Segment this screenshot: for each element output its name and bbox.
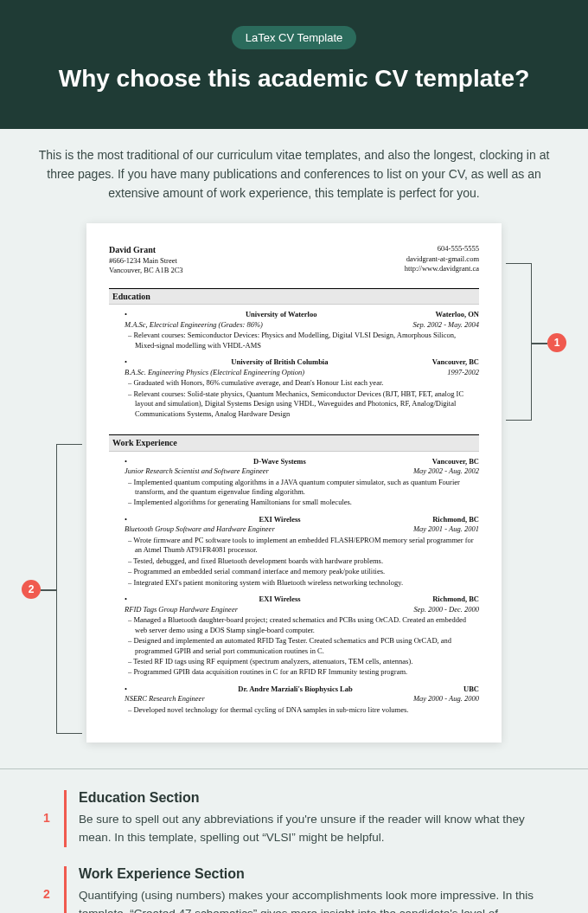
bracket-experience (56, 444, 82, 734)
cv-email: davidgrant-at-gmail.com (405, 254, 479, 264)
note-bar (64, 866, 67, 913)
connector-1 (532, 343, 547, 344)
bracket-education (506, 263, 532, 421)
callout-circle-1: 1 (547, 333, 566, 352)
cv-addr2: Vancouver, BC A1B 2C3 (109, 266, 183, 275)
page-title: Why choose this academic CV template? (35, 63, 553, 94)
note-2: 2 Work Experience Section Quantifying (u… (43, 866, 545, 913)
cv-addr1: #666-1234 Main Street (109, 256, 183, 266)
note-body-2: Quantifying (using numbers) makes your a… (79, 887, 545, 913)
cv-phone: 604-555-5555 (405, 244, 479, 254)
connector-2 (41, 589, 56, 591)
section-education: Education (109, 288, 479, 305)
cv-entry: University of British ColumbiaVancouver,… (109, 357, 479, 419)
cv-entry: EXI WirelessRichmond, BCRFID Tags Group … (109, 595, 479, 678)
note-num-1: 1 (43, 790, 64, 847)
note-1: 1 Education Section Be sure to spell out… (43, 790, 545, 847)
note-bar (64, 790, 67, 847)
note-title-2: Work Experience Section (79, 866, 545, 882)
cv-entry: D-Wave SystemsVancouver, BCJunior Resear… (109, 457, 479, 508)
cv-web: http://www.davidgrant.ca (405, 264, 479, 273)
cv-name: David Grant (109, 244, 183, 256)
divider (0, 768, 588, 769)
note-body-1: Be sure to spell out any abbreviations i… (79, 811, 545, 847)
intro-text: This is the most traditional of our curr… (0, 129, 588, 223)
notes: 1 Education Section Be sure to spell out… (0, 790, 588, 913)
note-title-1: Education Section (79, 790, 545, 806)
cv-document: David Grant #666-1234 Main Street Vancou… (86, 223, 502, 743)
note-num-2: 2 (43, 866, 64, 913)
section-experience: Work Experience (109, 434, 479, 452)
cv-entry: University of WaterlooWaterloo, ONM.A.Sc… (109, 310, 479, 350)
cv-entry: Dr. Andre Marziali's Biophysics LabUBCNS… (109, 685, 479, 715)
cv-entry: EXI WirelessRichmond, BCBluetooth Group … (109, 515, 479, 588)
cv-preview: 1 2 David Grant #666-1234 Main Street Va… (0, 223, 588, 768)
callout-circle-2: 2 (22, 580, 41, 599)
template-badge: LaTex CV Template (232, 26, 357, 49)
header: LaTex CV Template Why choose this academ… (0, 0, 588, 129)
